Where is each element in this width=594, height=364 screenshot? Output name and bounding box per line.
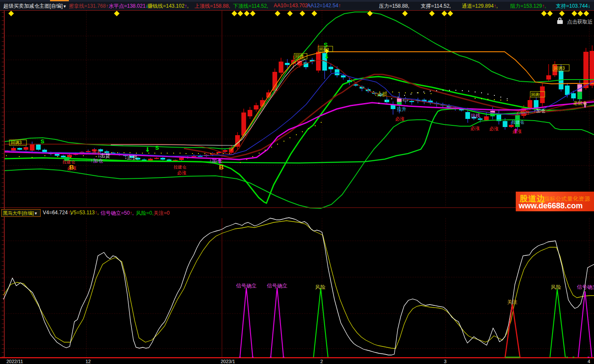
svg-text:风险: 风险 [315,284,325,290]
svg-text:拉残: 拉残 [471,113,480,118]
svg-text:S: S [41,138,44,145]
svg-text:必涨: 必涨 [512,129,522,134]
svg-text:回调: 回调 [295,54,304,59]
svg-text:回调!: 回调! [531,92,540,97]
svg-text:风险: 风险 [551,284,561,290]
svg-text:拉升: 拉升 [397,107,406,112]
svg-text:回调3: 回调3 [11,140,22,145]
svg-text:回调3: 回调3 [319,47,329,51]
svg-text:信号确立: 信号确立 [267,283,287,289]
svg-text:必涨: 必涨 [177,170,186,175]
svg-text:∠45升: ∠45升 [516,110,529,115]
svg-text:↑加仓: ↑加仓 [90,158,103,164]
svg-text:必涨: 必涨 [395,116,405,121]
svg-text:↑加仓: ↑加仓 [534,108,546,113]
svg-text:S: S [155,145,159,151]
svg-text:老鼠仓: 老鼠仓 [573,101,587,106]
svg-text:B: B [69,163,74,171]
svg-text:信号确立: 信号确立 [236,283,257,289]
svg-text:冲天: 冲天 [92,150,101,155]
svg-text:必涨: 必涨 [489,126,499,131]
svg-text:关注: 关注 [507,299,517,305]
svg-text:信号确立: 信号确立 [577,284,594,290]
svg-text:拉建仓: 拉建仓 [174,165,186,169]
svg-text:↑加仓: ↑加仓 [209,158,222,164]
svg-text:必涨: 必涨 [470,126,480,131]
svg-text:回调3: 回调3 [554,66,565,71]
svg-text:↓止损: ↓止损 [124,154,137,160]
svg-text:↓止损: ↓止损 [374,91,387,97]
svg-text:B: B [219,163,224,171]
svg-text:拉建仓: 拉建仓 [511,120,524,124]
